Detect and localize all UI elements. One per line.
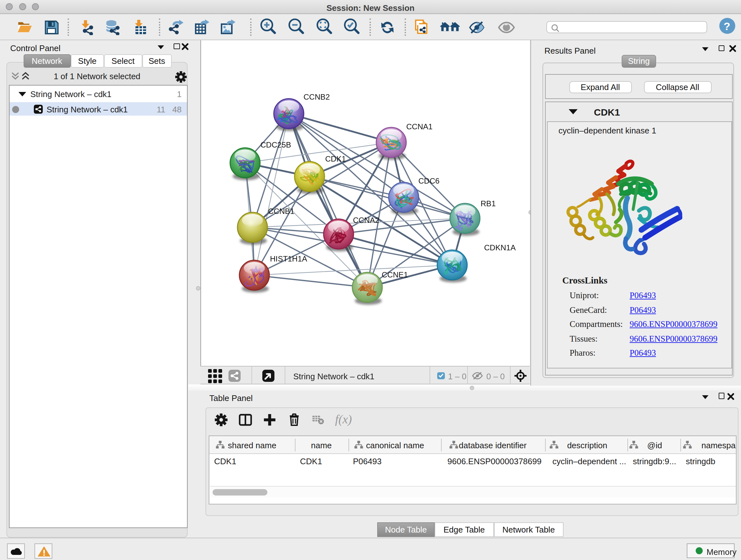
- svg-text:CDC6: CDC6: [418, 177, 440, 185]
- svg-text:CCNB2: CCNB2: [304, 92, 330, 101]
- svg-text:RB1: RB1: [481, 199, 495, 208]
- svg-text:HIST1H1A: HIST1H1A: [270, 254, 307, 263]
- svg-text:CDKN1A: CDKN1A: [484, 243, 516, 252]
- svg-text:CCNB1: CCNB1: [268, 207, 294, 215]
- svg-text:CDC25B: CDC25B: [260, 140, 291, 149]
- svg-text:CCNA1: CCNA1: [406, 122, 433, 131]
- svg-text:CCNE1: CCNE1: [382, 270, 408, 279]
- svg-text:CDK1: CDK1: [325, 154, 346, 163]
- svg-text:CCNA2: CCNA2: [353, 216, 380, 225]
